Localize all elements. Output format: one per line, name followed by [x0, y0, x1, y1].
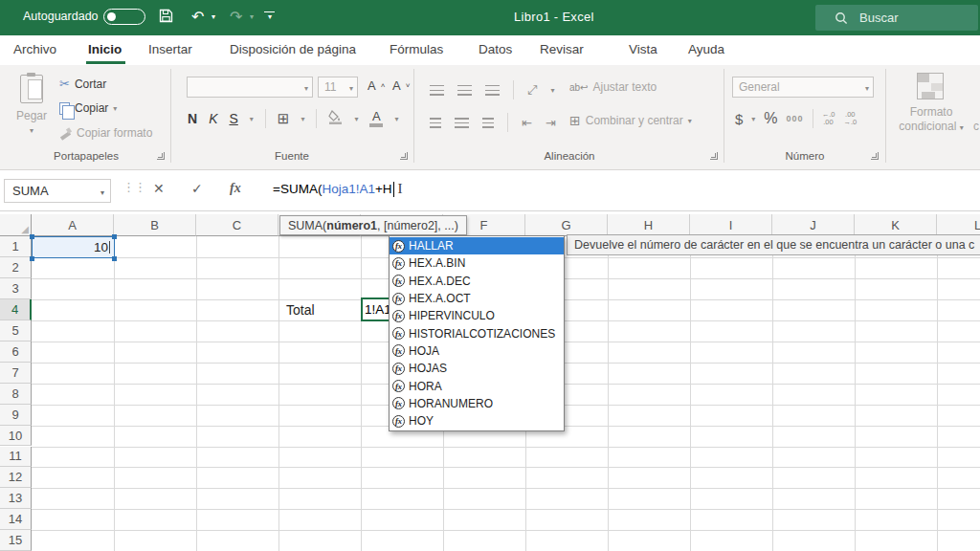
fill-color-dropdown-icon[interactable]: ▾	[354, 115, 358, 123]
alignment-dialog-launcher-icon[interactable]	[710, 152, 718, 160]
column-header-a[interactable]: A	[32, 214, 114, 236]
insert-function-icon[interactable]: fx	[230, 181, 241, 196]
formula-input[interactable]: =SUMA(Hoja1!A1+H I	[273, 181, 403, 197]
row-header-3[interactable]: 3	[0, 278, 32, 299]
italic-button[interactable]: K	[209, 111, 217, 126]
row-header-11[interactable]: 11	[0, 447, 32, 468]
column-header-c[interactable]: C	[196, 214, 278, 236]
column-header-i[interactable]: I	[690, 214, 772, 236]
reference-handle-bottom-right[interactable]	[112, 256, 117, 261]
paste-dropdown-icon[interactable]: ▾	[30, 126, 33, 135]
column-header-b[interactable]: B	[114, 214, 196, 236]
increase-indent-icon[interactable]: ⇥	[546, 116, 556, 130]
font-name-combobox[interactable]: ▾	[187, 77, 313, 98]
currency-icon[interactable]: $	[735, 111, 743, 127]
autosave-toggle[interactable]	[103, 9, 145, 25]
underline-button[interactable]: S	[229, 111, 237, 126]
row-header-8[interactable]: 8	[0, 384, 32, 405]
cancel-icon[interactable]: ✕	[153, 181, 165, 196]
reference-handle-top-right[interactable]	[112, 234, 117, 239]
enter-icon[interactable]: ✓	[191, 181, 203, 196]
tab-revisar[interactable]: Revisar	[540, 42, 584, 56]
function-list-item[interactable]: fxHORANUMERO	[390, 395, 564, 412]
align-top-icon[interactable]	[430, 85, 444, 96]
row-header-4[interactable]: 4	[0, 299, 32, 320]
paste-button[interactable]: Pegar ▾	[10, 73, 54, 149]
decrease-indent-icon[interactable]: ⇤	[522, 116, 532, 130]
function-list-item[interactable]: fxHOY	[390, 412, 564, 430]
tab-ayuda[interactable]: Ayuda	[688, 42, 724, 56]
formula-bar-grip-icon[interactable]: ⋮⋮	[122, 180, 145, 194]
row-header-15[interactable]: 15	[0, 530, 32, 551]
tab-inicio[interactable]: Inicio	[88, 42, 122, 56]
row-header-9[interactable]: 9	[0, 405, 32, 426]
row-header-10[interactable]: 10	[0, 426, 32, 447]
row-header-2[interactable]: 2	[0, 257, 32, 278]
row-header-5[interactable]: 5	[0, 320, 32, 342]
orientation-dropdown-icon[interactable]: ▾	[550, 86, 554, 95]
cut-button[interactable]: ✂ Cortar	[59, 77, 106, 91]
borders-icon[interactable]: ⊞	[278, 110, 290, 127]
align-middle-icon[interactable]	[457, 85, 472, 96]
shrink-font-button[interactable]: A˅	[392, 78, 410, 93]
bold-button[interactable]: N	[188, 111, 197, 126]
function-list-item[interactable]: fxHORA	[390, 377, 564, 394]
fill-color-button[interactable]	[328, 110, 343, 127]
font-color-dropdown-icon[interactable]: ▾	[394, 115, 398, 123]
decrease-decimal-icon[interactable]: .00 →.0	[843, 111, 857, 126]
undo-dropdown-icon[interactable]: ▾	[212, 12, 215, 21]
function-list-item[interactable]: fxHALLAR	[390, 237, 564, 254]
reference-handle-top-left[interactable]	[30, 234, 34, 239]
undo-icon[interactable]: ↶	[191, 7, 204, 28]
column-header-l[interactable]: L	[937, 214, 980, 236]
function-list-item[interactable]: fxHEX.A.OCT	[390, 290, 564, 307]
cell-a1[interactable]: 10	[32, 236, 115, 258]
align-left-icon[interactable]	[430, 118, 441, 128]
row-header-6[interactable]: 6	[0, 342, 32, 363]
percent-icon[interactable]: %	[764, 110, 777, 127]
increase-decimal-icon[interactable]: ←.0 .00	[822, 111, 835, 126]
search-box[interactable]: Buscar	[815, 5, 978, 31]
number-format-combobox[interactable]: General ▾	[732, 77, 874, 98]
align-right-icon[interactable]	[482, 118, 494, 128]
select-all-button[interactable]: ◢	[0, 214, 32, 236]
comma-style-icon[interactable]: 000	[787, 114, 804, 123]
column-header-h[interactable]: H	[608, 214, 690, 236]
orientation-icon[interactable]: ⤢	[527, 82, 537, 98]
function-list-item[interactable]: fxHOJAS	[390, 360, 564, 377]
row-header-13[interactable]: 13	[0, 488, 32, 509]
copy-dropdown-icon[interactable]: ▾	[113, 104, 117, 113]
align-center-icon[interactable]	[455, 118, 469, 128]
function-list-item[interactable]: fxHEX.A.DEC	[390, 273, 564, 290]
function-list-item[interactable]: fxHEX.A.BIN	[390, 254, 564, 272]
currency-dropdown-icon[interactable]: ▾	[751, 115, 755, 123]
column-header-g[interactable]: G	[525, 214, 608, 236]
name-box[interactable]: SUMA ▾	[4, 179, 111, 203]
tab-insertar[interactable]: Insertar	[148, 42, 192, 56]
column-header-k[interactable]: K	[855, 214, 937, 236]
borders-dropdown-icon[interactable]: ▾	[301, 115, 304, 123]
row-header-12[interactable]: 12	[0, 467, 32, 488]
tab-formulas[interactable]: Fórmulas	[390, 42, 443, 56]
function-list-item[interactable]: fxHIPERVINCULO	[390, 307, 564, 324]
copy-button[interactable]: Copiar ▾	[59, 101, 117, 115]
column-header-j[interactable]: J	[772, 214, 855, 236]
function-list-item[interactable]: fxHOJA	[390, 342, 564, 360]
align-bottom-icon[interactable]	[485, 85, 500, 96]
row-header-7[interactable]: 7	[0, 363, 32, 384]
tab-vista[interactable]: Vista	[629, 42, 657, 56]
worksheet-grid[interactable]: ◢ ABCDEFGHIJKL 123456789101112131415 10 …	[0, 212, 980, 551]
font-size-combobox[interactable]: 11 ▾	[318, 77, 358, 98]
reference-handle-bottom-left[interactable]	[30, 256, 34, 261]
underline-dropdown-icon[interactable]: ▾	[250, 115, 254, 123]
row-header-1[interactable]: 1	[0, 236, 32, 257]
function-list-item[interactable]: fxHISTORIALCOTIZACIONES	[390, 324, 564, 342]
tab-archivo[interactable]: Archivo	[13, 42, 56, 56]
row-header-14[interactable]: 14	[0, 509, 32, 530]
clipboard-dialog-launcher-icon[interactable]	[157, 152, 165, 160]
save-icon[interactable]	[159, 8, 173, 29]
font-dialog-launcher-icon[interactable]	[400, 152, 408, 160]
function-autocomplete-list[interactable]: fxHALLARfxHEX.A.BINfxHEX.A.DECfxHEX.A.OC…	[389, 235, 565, 431]
grow-font-button[interactable]: A˄	[368, 78, 385, 93]
cell-d4[interactable]: Total	[279, 299, 361, 320]
